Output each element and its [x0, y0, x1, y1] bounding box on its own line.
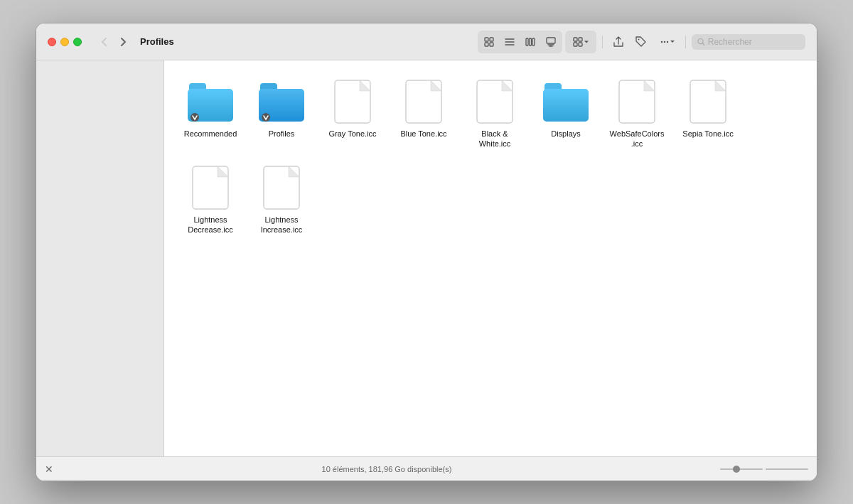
file-name: Sepia Tone.icc — [682, 129, 733, 139]
finder-window: Profiles — [36, 23, 817, 481]
file-icon-container — [330, 79, 375, 124]
view-toggle-group — [478, 31, 562, 53]
svg-rect-8 — [530, 38, 532, 45]
svg-point-19 — [664, 41, 665, 42]
svg-point-17 — [638, 38, 640, 40]
file-icon-container — [259, 79, 304, 124]
separator-2 — [685, 36, 686, 48]
main-area: RecommendedProfilesGray Tone.iccBlue Ton… — [36, 60, 817, 456]
content-area: RecommendedProfilesGray Tone.iccBlue Ton… — [164, 60, 817, 456]
svg-rect-1 — [490, 38, 493, 41]
file-item[interactable]: WebSafeColors.icc — [605, 75, 669, 154]
file-item[interactable]: Recommended — [178, 75, 242, 154]
file-item[interactable]: Lightness Increase.icc — [250, 161, 313, 240]
folder-icon — [259, 80, 304, 123]
svg-rect-16 — [579, 43, 582, 46]
svg-rect-0 — [485, 38, 488, 41]
file-icon-container — [188, 79, 233, 124]
file-name: Gray Tone.icc — [328, 129, 376, 139]
forward-button[interactable] — [114, 33, 132, 50]
svg-rect-13 — [574, 38, 577, 41]
view-list-button[interactable] — [500, 32, 520, 52]
file-icon-container — [543, 79, 589, 124]
search-box[interactable] — [692, 34, 805, 50]
svg-point-20 — [667, 41, 668, 42]
close-button[interactable] — [48, 38, 56, 46]
back-button[interactable] — [96, 33, 113, 50]
file-name: Displays — [551, 129, 581, 139]
svg-line-22 — [703, 43, 704, 45]
file-icon-container — [188, 165, 233, 210]
file-grid: RecommendedProfilesGray Tone.iccBlue Ton… — [178, 75, 803, 239]
minimize-button[interactable] — [60, 38, 69, 46]
file-icon-container — [685, 79, 731, 124]
view-gallery-button[interactable] — [541, 32, 561, 52]
toolbar: Profiles — [36, 23, 817, 60]
file-name: WebSafeColors.icc — [609, 129, 665, 149]
zoom-track — [766, 468, 808, 470]
svg-rect-15 — [574, 43, 577, 46]
search-icon — [697, 38, 705, 46]
doc-icon — [334, 80, 371, 124]
file-name: Profiles — [269, 129, 295, 139]
status-bar: ✕ 10 éléments, 181,96 Go disponible(s) — [36, 456, 817, 481]
sidebar — [36, 60, 164, 456]
svg-rect-9 — [532, 38, 535, 45]
svg-rect-33 — [543, 89, 589, 122]
file-item[interactable]: Lightness Decrease.icc — [178, 161, 242, 240]
svg-rect-14 — [579, 38, 582, 41]
folder-icon — [188, 80, 233, 123]
file-name: Lightness Increase.icc — [254, 215, 309, 235]
maximize-button[interactable] — [73, 38, 82, 46]
sort-group — [565, 31, 596, 53]
view-icon-button[interactable] — [479, 32, 499, 52]
svg-rect-2 — [485, 43, 488, 46]
svg-rect-7 — [526, 38, 528, 45]
file-item[interactable]: Black & White.icc — [463, 75, 527, 154]
file-item[interactable]: Gray Tone.icc — [321, 75, 385, 154]
nav-buttons — [96, 33, 132, 50]
share-button[interactable] — [608, 32, 628, 52]
grid-options-button[interactable] — [567, 32, 595, 52]
file-name: Blue Tone.icc — [400, 129, 446, 139]
file-icon-container — [401, 79, 446, 124]
svg-point-21 — [698, 38, 703, 43]
doc-icon — [405, 80, 442, 124]
more-button[interactable] — [654, 32, 680, 52]
view-columns-button[interactable] — [520, 32, 540, 52]
tag-button[interactable] — [631, 32, 651, 52]
svg-point-18 — [661, 41, 662, 42]
file-item[interactable]: Profiles — [250, 75, 313, 154]
folder-icon — [543, 80, 589, 123]
doc-icon — [618, 80, 655, 124]
separator-1 — [602, 36, 603, 48]
file-item[interactable]: Sepia Tone.icc — [676, 75, 740, 154]
file-name: Lightness Decrease.icc — [183, 215, 238, 235]
doc-icon — [476, 80, 513, 124]
doc-icon — [690, 80, 726, 124]
toolbar-actions — [478, 31, 805, 53]
file-item[interactable]: Displays — [534, 75, 598, 154]
file-name: Recommended — [184, 129, 237, 139]
file-icon-container — [472, 79, 517, 124]
svg-rect-10 — [547, 38, 555, 43]
search-input[interactable] — [708, 37, 800, 47]
status-left: ✕ — [45, 463, 53, 475]
file-icon-container — [259, 165, 304, 210]
doc-icon — [263, 166, 300, 210]
doc-icon — [192, 166, 229, 210]
file-item[interactable]: Blue Tone.icc — [392, 75, 456, 154]
zoom-thumb — [733, 466, 740, 473]
status-close-button[interactable]: ✕ — [45, 463, 53, 475]
file-icon-container — [614, 79, 660, 124]
zoom-line — [720, 468, 763, 470]
zoom-slider[interactable] — [720, 468, 808, 470]
svg-rect-3 — [490, 43, 493, 46]
traffic-lights — [48, 38, 82, 46]
status-text: 10 éléments, 181,96 Go disponible(s) — [53, 465, 720, 473]
status-right — [720, 468, 808, 470]
file-name: Black & White.icc — [467, 129, 522, 149]
window-title: Profiles — [140, 36, 174, 47]
